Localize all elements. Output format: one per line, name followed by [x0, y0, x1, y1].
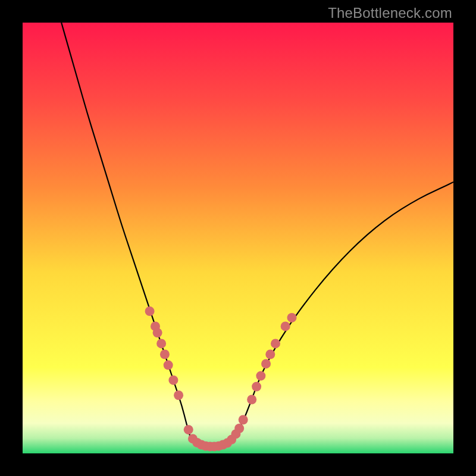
data-point-right-cluster: [265, 349, 275, 359]
data-point-right-cluster: [281, 321, 290, 331]
data-point-left-cluster: [160, 349, 170, 359]
curve-overlay: [23, 23, 453, 453]
data-point-left-cluster: [174, 390, 183, 400]
data-point-valley-cluster: [239, 415, 248, 425]
plot-area: [23, 23, 453, 453]
data-point-right-cluster: [271, 339, 280, 348]
data-point-left-cluster: [168, 375, 178, 385]
data-point-right-cluster: [247, 395, 256, 405]
data-point-valley-cluster: [184, 425, 193, 434]
data-point-right-cluster: [261, 359, 271, 368]
data-point-right-cluster: [287, 313, 297, 322]
data-point-right-cluster: [252, 382, 261, 392]
data-point-left-cluster: [164, 361, 173, 370]
data-point-left-cluster: [145, 306, 155, 316]
data-point-left-cluster: [153, 328, 162, 337]
data-point-left-cluster: [156, 339, 166, 348]
data-point-right-cluster: [256, 371, 265, 381]
chart-canvas: TheBottleneck.com: [0, 0, 476, 476]
data-point-valley-cluster: [234, 424, 244, 433]
watermark-text: TheBottleneck.com: [328, 5, 452, 21]
